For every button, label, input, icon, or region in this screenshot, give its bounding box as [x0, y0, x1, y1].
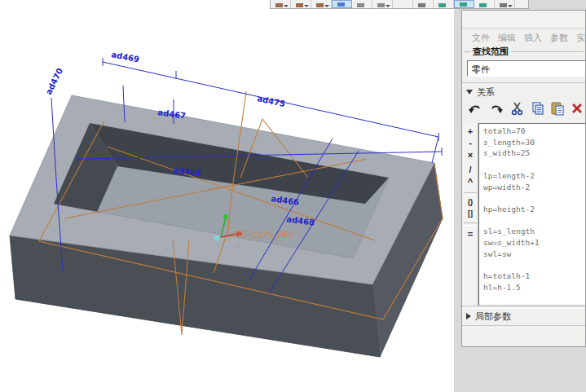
toolbar-button[interactable]	[434, 0, 454, 8]
cut-button[interactable]	[509, 100, 527, 118]
delete-icon	[570, 101, 584, 116]
relations-code[interactable]: totalh=70 s_length=30 s_width=25 lp=leng…	[479, 124, 586, 293]
undo-button[interactable]	[466, 100, 484, 118]
toolbar-button[interactable]	[413, 0, 434, 8]
menu-file[interactable]: 文件	[472, 32, 490, 44]
scope-combobox-value: 零件	[472, 64, 490, 74]
tool-icon	[479, 3, 487, 7]
operator-divider	[464, 222, 477, 226]
copy-icon	[531, 101, 545, 116]
op-power-button[interactable]: ^	[463, 177, 478, 187]
chevron-down-icon	[304, 5, 309, 7]
operator-strip: + - × / ^ () [] =	[463, 123, 478, 306]
creo-app-window: { "colors": { "dimension_blue": "#2a2ec8…	[0, 0, 586, 392]
cut-icon	[510, 101, 525, 116]
tool-icon	[418, 3, 425, 7]
relations-editor[interactable]: totalh=70 s_length=30 s_width=25 lp=leng…	[478, 123, 586, 306]
op-divide-button[interactable]: /	[463, 165, 478, 174]
expand-arrow-icon	[466, 313, 471, 319]
paste-button[interactable]	[549, 100, 566, 118]
local-params-header[interactable]: 局部参数	[466, 311, 511, 322]
lookin-groupbox-label: 查找范围	[470, 46, 511, 58]
tool-icon	[316, 3, 324, 7]
dimension-label-ad475[interactable]: ad475	[257, 94, 286, 108]
menu-utilities[interactable]: 实用工具	[576, 32, 586, 44]
collapse-arrow-icon	[466, 90, 473, 95]
toolbar-button[interactable]	[474, 0, 495, 8]
delete-button[interactable]	[568, 100, 586, 118]
op-equals-button[interactable]: =	[463, 229, 478, 239]
dialog-titlebar[interactable]	[462, 11, 585, 29]
dialog-menubar: 文件 编辑 插入 参数 实用工具	[462, 32, 586, 45]
tool-icon	[337, 2, 345, 7]
op-minus-button[interactable]: -	[463, 138, 478, 148]
section-separator	[462, 82, 585, 86]
op-multiply-button[interactable]: ×	[463, 150, 478, 160]
tool-icon	[275, 3, 283, 7]
chevron-down-icon	[508, 5, 513, 7]
main-toolbar	[270, 0, 529, 9]
local-params-label: 局部参数	[475, 311, 511, 323]
dimension-label-ad469[interactable]: ad469	[111, 50, 140, 64]
tool-icon	[500, 3, 507, 7]
tool-icon	[357, 3, 364, 7]
toolbar-button-pressed[interactable]	[454, 0, 474, 8]
undo-icon	[468, 101, 482, 116]
tool-icon	[460, 2, 467, 7]
relations-dialog: 文件 编辑 插入 参数 实用工具 查找范围 零件 关系	[461, 10, 586, 347]
menu-edit[interactable]: 编辑	[498, 32, 516, 44]
relations-section-header[interactable]: 关系	[466, 86, 495, 98]
chevron-down-icon	[284, 5, 289, 7]
toolbar-button[interactable]	[393, 0, 413, 8]
op-plus-button[interactable]: +	[463, 126, 478, 136]
op-paren-button[interactable]: ()	[463, 198, 478, 206]
chevron-down-icon	[386, 5, 390, 7]
toolbar-button[interactable]	[291, 0, 311, 8]
tool-icon	[296, 3, 303, 7]
redo-icon	[489, 101, 504, 116]
section-separator	[462, 325, 585, 328]
op-bracket-button[interactable]: []	[463, 209, 478, 218]
dimension-label-height[interactable]: ad470	[44, 67, 64, 96]
toolbar-button-pressed[interactable]	[332, 0, 352, 8]
tool-icon	[438, 3, 446, 7]
toolbar-button[interactable]	[495, 0, 515, 8]
csys-label[interactable]: PRT_CSYS_DEF	[233, 231, 293, 240]
copy-button[interactable]	[529, 100, 547, 118]
menu-insert[interactable]: 插入	[524, 32, 542, 44]
relations-section-label: 关系	[477, 86, 495, 99]
toolbar-button[interactable]	[271, 0, 291, 8]
redo-button[interactable]	[487, 100, 505, 118]
paste-icon	[550, 101, 565, 116]
toolbar-button[interactable]	[372, 0, 393, 8]
axis-y-endpoint[interactable]	[223, 214, 228, 219]
toolbar-button[interactable]	[311, 0, 332, 8]
tool-icon	[377, 3, 385, 7]
menu-parameters[interactable]: 参数	[550, 32, 568, 44]
scope-combobox[interactable]: 零件	[467, 60, 586, 77]
operator-divider	[464, 192, 477, 196]
axis-z-endpoint[interactable]	[214, 236, 219, 240]
section-separator	[462, 306, 585, 309]
toolbar-button[interactable]	[352, 0, 372, 8]
part-model	[10, 95, 443, 357]
chevron-down-icon	[324, 5, 329, 7]
relations-edit-toolbar	[462, 99, 585, 120]
